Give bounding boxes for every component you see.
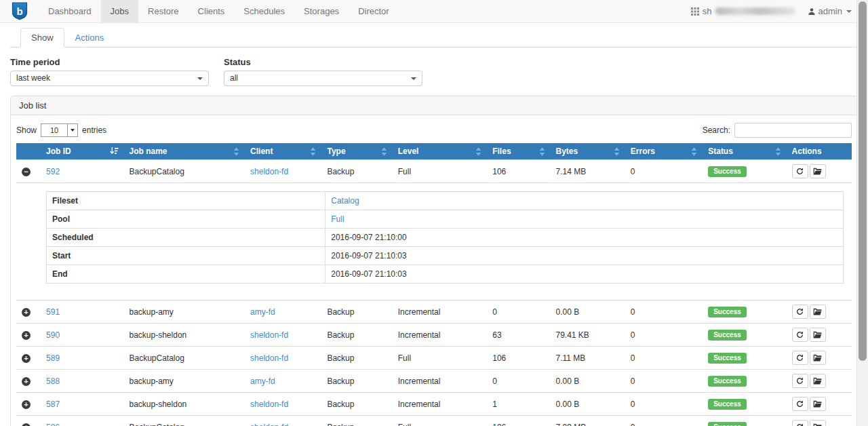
client-link[interactable]: sheldon-fd bbox=[250, 167, 288, 176]
sort-icon[interactable] bbox=[614, 147, 620, 156]
rerun-job-button[interactable] bbox=[792, 420, 808, 426]
main-menu: DashboardJobsRestoreClientsSchedulesStor… bbox=[39, 0, 399, 22]
director-host-link[interactable]: sh bbox=[691, 6, 795, 16]
detail-value-link[interactable]: Full bbox=[331, 214, 344, 224]
expand-row-icon[interactable]: + bbox=[22, 331, 31, 340]
level-cell: Incremental bbox=[393, 324, 487, 347]
col-header-job-name[interactable]: Job name bbox=[124, 143, 245, 160]
user-menu[interactable]: admin bbox=[808, 6, 852, 16]
job-id-link[interactable]: 588 bbox=[46, 376, 60, 386]
job-table: Job IDJob nameClientTypeLevelFilesBytesE… bbox=[16, 143, 852, 426]
expand-row-icon[interactable]: + bbox=[22, 377, 31, 386]
sort-desc-icon[interactable] bbox=[110, 147, 119, 155]
collapse-row-icon[interactable]: − bbox=[22, 168, 31, 176]
status-select[interactable]: all bbox=[224, 71, 422, 86]
job-id-link[interactable]: 587 bbox=[46, 400, 60, 409]
expand-row-icon[interactable]: + bbox=[22, 308, 31, 317]
job-id-link[interactable]: 589 bbox=[46, 353, 60, 363]
client-link[interactable]: sheldon-fd bbox=[250, 423, 288, 426]
rerun-job-button[interactable] bbox=[792, 305, 808, 319]
rerun-job-button[interactable] bbox=[792, 351, 808, 365]
level-cell: Full bbox=[393, 160, 487, 183]
client-link[interactable]: sheldon-fd bbox=[250, 330, 288, 340]
sort-icon[interactable] bbox=[310, 147, 316, 156]
select-arrow bbox=[67, 124, 77, 136]
browse-files-button[interactable] bbox=[810, 305, 826, 319]
errors-cell: 0 bbox=[625, 416, 703, 426]
chevron-down-icon bbox=[197, 77, 203, 80]
scrollbar-thumb[interactable] bbox=[859, 1, 867, 361]
table-row: +588backup-amyamy-fdBackupIncremental00.… bbox=[16, 370, 852, 393]
job-id-link[interactable]: 592 bbox=[46, 167, 60, 176]
table-row: −592BackupCatalogsheldon-fdBackupFull106… bbox=[16, 160, 852, 183]
sort-icon[interactable] bbox=[233, 147, 239, 156]
col-header-bytes[interactable]: Bytes bbox=[551, 143, 625, 160]
sort-icon[interactable] bbox=[775, 147, 781, 156]
col-header-client[interactable]: Client bbox=[245, 143, 321, 160]
client-link[interactable]: amy-fd bbox=[250, 307, 275, 317]
bareos-logo[interactable]: b bbox=[0, 0, 39, 22]
folder-open-icon bbox=[813, 308, 822, 315]
job-id-link[interactable]: 590 bbox=[46, 330, 60, 340]
expand-row-icon[interactable]: + bbox=[22, 354, 31, 363]
search-input[interactable] bbox=[734, 123, 852, 138]
type-cell: Backup bbox=[321, 160, 392, 183]
browse-files-button[interactable] bbox=[810, 420, 826, 426]
browse-files-button[interactable] bbox=[810, 397, 826, 411]
rerun-job-button[interactable] bbox=[792, 374, 808, 388]
expand-row-icon[interactable]: + bbox=[22, 400, 31, 409]
rerun-job-button[interactable] bbox=[792, 397, 808, 411]
tab-actions[interactable]: Actions bbox=[64, 28, 115, 47]
status-badge: Success bbox=[708, 422, 747, 426]
rerun-job-button[interactable] bbox=[792, 164, 808, 178]
job-detail-panel: FilesetCatalogPoolFullScheduled2016-09-0… bbox=[16, 183, 852, 301]
show-label: Show bbox=[16, 125, 37, 135]
client-link[interactable]: sheldon-fd bbox=[250, 400, 288, 409]
browse-files-button[interactable] bbox=[810, 374, 826, 388]
vertical-scrollbar[interactable] bbox=[856, 0, 868, 426]
browse-files-button[interactable] bbox=[810, 164, 826, 178]
job-name-cell: BackupCatalog bbox=[124, 347, 245, 370]
browse-files-button[interactable] bbox=[810, 328, 826, 342]
folder-open-icon bbox=[813, 423, 822, 426]
sort-icon[interactable] bbox=[475, 147, 481, 156]
job-id-link[interactable]: 586 bbox=[46, 423, 60, 426]
time-period-select[interactable]: last week bbox=[10, 71, 209, 86]
col-header-job-id[interactable]: Job ID bbox=[41, 143, 123, 160]
rerun-icon bbox=[796, 168, 804, 175]
expand-row-icon[interactable]: + bbox=[22, 423, 31, 426]
col-header-status[interactable]: Status bbox=[703, 143, 786, 160]
col-header-type[interactable]: Type bbox=[321, 143, 392, 160]
time-period-value: last week bbox=[16, 73, 50, 83]
nav-item-clients[interactable]: Clients bbox=[189, 0, 235, 22]
browse-files-button[interactable] bbox=[810, 351, 826, 365]
client-link[interactable]: sheldon-fd bbox=[250, 353, 288, 363]
tab-show[interactable]: Show bbox=[20, 28, 64, 47]
rerun-job-button[interactable] bbox=[792, 328, 808, 342]
errors-cell: 0 bbox=[625, 160, 703, 183]
detail-value: 2016-09-07 21:10:03 bbox=[331, 251, 406, 260]
folder-open-icon bbox=[813, 354, 822, 362]
entries-label: entries bbox=[82, 125, 106, 135]
nav-item-restore[interactable]: Restore bbox=[138, 0, 189, 22]
client-link[interactable]: amy-fd bbox=[250, 376, 275, 386]
detail-value-link[interactable]: Catalog bbox=[331, 196, 359, 206]
files-cell: 0 bbox=[487, 370, 550, 393]
nav-item-schedules[interactable]: Schedules bbox=[234, 0, 294, 22]
col-header-level[interactable]: Level bbox=[393, 143, 487, 160]
entries-per-page-select[interactable]: 10 bbox=[41, 123, 78, 137]
level-cell: Incremental bbox=[393, 301, 487, 324]
folder-open-icon bbox=[813, 168, 822, 175]
nav-item-jobs[interactable]: Jobs bbox=[101, 0, 138, 22]
job-id-link[interactable]: 591 bbox=[46, 307, 60, 317]
sort-icon[interactable] bbox=[691, 147, 697, 156]
nav-item-storages[interactable]: Storages bbox=[294, 0, 349, 22]
col-header-errors[interactable]: Errors bbox=[625, 143, 703, 160]
sort-icon[interactable] bbox=[381, 147, 387, 156]
jobs-tabbar: ShowActions bbox=[10, 28, 858, 47]
nav-item-dashboard[interactable]: Dashboard bbox=[39, 0, 101, 22]
col-header-files[interactable]: Files bbox=[487, 143, 550, 160]
sort-icon[interactable] bbox=[539, 147, 545, 156]
nav-item-director[interactable]: Director bbox=[349, 0, 399, 22]
status-badge: Success bbox=[708, 399, 747, 410]
